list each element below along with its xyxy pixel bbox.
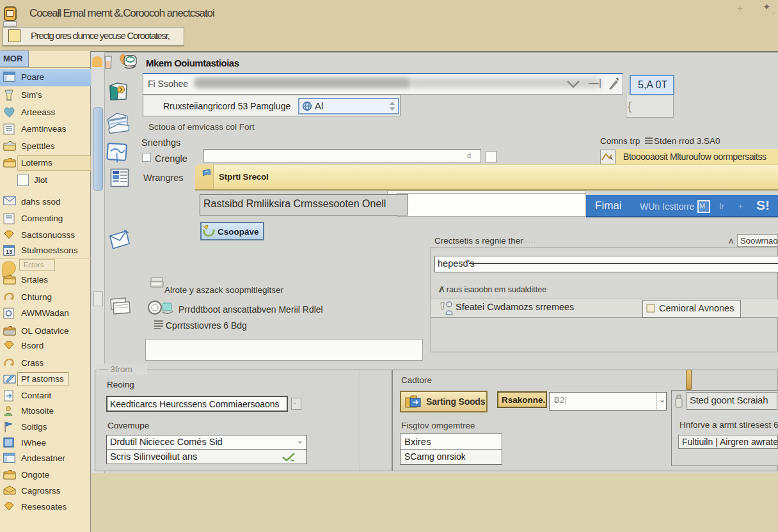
- svg-text:13: 13: [6, 249, 12, 255]
